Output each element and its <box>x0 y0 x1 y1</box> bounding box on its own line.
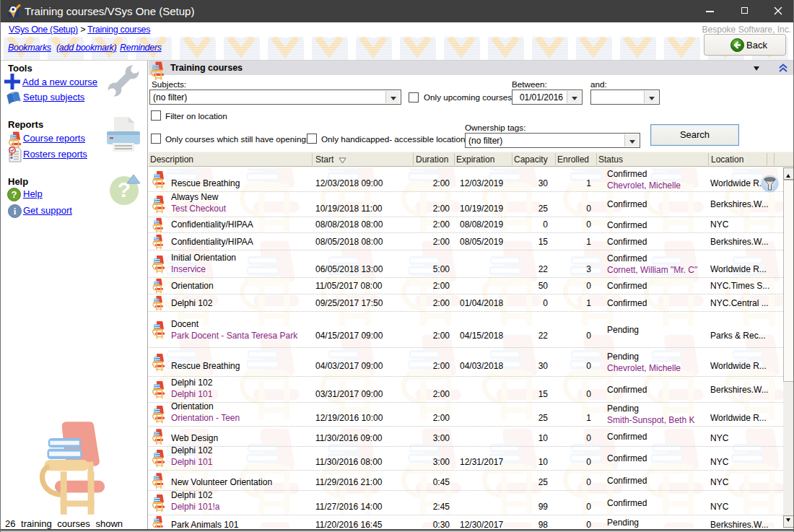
svg-text:i: i <box>14 206 17 217</box>
svg-text:?: ? <box>12 189 17 200</box>
